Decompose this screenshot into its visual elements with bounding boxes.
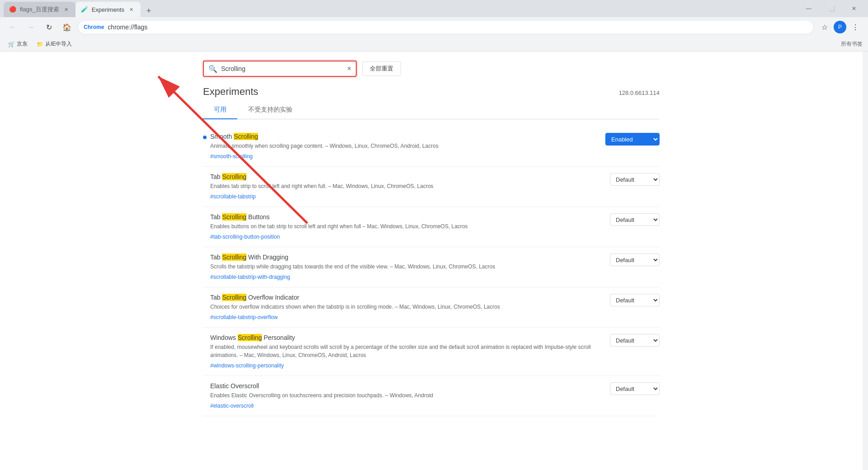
title-bar: 🔴 flags_百度搜索 ✕ 🧪 Experiments ✕ + — ⬜ ✕	[0, 0, 868, 17]
bookmark-ie-import[interactable]: 📁 从IE中导入	[34, 39, 75, 49]
flag-link-elastic-overscroll[interactable]: #elastic-overscroll	[210, 403, 254, 409]
flag-desc-tab-scrolling-buttons: Enables buttons on the tab strip to scro…	[210, 222, 603, 230]
flag-link-windows-scrolling[interactable]: #windows-scrolling-personality	[210, 362, 284, 369]
flag-select-tab-scrolling-overflow[interactable]: Default Enabled Disabled	[610, 294, 660, 306]
flag-dot-smooth-scrolling	[203, 136, 207, 139]
flag-link-tab-scrolling[interactable]: #scrollable-tabstrip	[210, 193, 256, 200]
address-url: chrome://flags	[108, 24, 147, 31]
nav-right: ☆ P ⋮	[817, 20, 863, 34]
flag-name-tab-scrolling: Tab Scrolling	[210, 173, 603, 180]
tab-available[interactable]: 可用	[203, 101, 237, 119]
bookmark-ie-icon: 📁	[37, 41, 43, 47]
flag-info-smooth-scrolling: Smooth Scrolling Animate smoothly when s…	[210, 133, 598, 160]
flag-desc-tab-scrolling-overflow: Choices for overflow indicators shown wh…	[210, 303, 603, 311]
reset-all-button[interactable]: 全部重置	[362, 61, 401, 76]
tab-experiments[interactable]: 🧪 Experiments ✕	[75, 2, 141, 17]
flag-item-elastic-overscroll: Elastic Overscroll Enables Elastic Overs…	[203, 376, 660, 416]
flag-control-tab-scrolling-dragging: Default Enabled Disabled	[610, 254, 660, 266]
flag-item-tab-scrolling: Tab Scrolling Enables tab strip to scrol…	[203, 167, 660, 207]
flag-name-tab-scrolling-overflow: Tab Scrolling Overflow Indicator	[210, 294, 603, 301]
content-area: 🔍 × 全部重置 Experiments 128.0.6613.114 可用 不…	[0, 52, 868, 470]
tab-favicon-baidu: 🔴	[9, 6, 16, 13]
bookmarks-all-label: 所有书签	[841, 40, 863, 48]
flag-info-elastic-overscroll: Elastic Overscroll Enables Elastic Overs…	[210, 382, 603, 409]
flag-select-tab-scrolling-buttons[interactable]: Default Enabled Disabled	[610, 213, 660, 226]
flag-dot-tab-scrolling-buttons	[203, 216, 207, 220]
bookmark-button[interactable]: ☆	[817, 20, 832, 34]
reload-button[interactable]: ↻	[42, 20, 56, 34]
flag-control-tab-scrolling-buttons: Default Enabled Disabled	[610, 213, 660, 226]
bookmark-jd-label: 京东	[17, 40, 28, 48]
close-button[interactable]: ✕	[844, 1, 864, 16]
tab-unavailable[interactable]: 不受支持的实验	[237, 101, 303, 119]
bookmarks-bar: 🛒 京东 📁 从IE中导入 所有书签	[0, 37, 868, 52]
tab-close-baidu[interactable]: ✕	[63, 6, 70, 13]
tab-favicon-experiments: 🧪	[81, 6, 88, 13]
flag-name-tab-scrolling-dragging: Tab Scrolling With Dragging	[210, 254, 603, 261]
flag-select-tab-scrolling-dragging[interactable]: Default Enabled Disabled	[610, 254, 660, 266]
flag-info-tab-scrolling: Tab Scrolling Enables tab strip to scrol…	[210, 173, 603, 200]
flag-info-tab-scrolling-overflow: Tab Scrolling Overflow Indicator Choices…	[210, 294, 603, 321]
address-bar[interactable]: Chrome chrome://flags	[78, 20, 814, 34]
search-box: 🔍 ×	[203, 61, 357, 77]
nav-bar: ← → ↻ 🏠 Chrome chrome://flags ☆ P ⋮	[0, 17, 868, 37]
flag-control-windows-scrolling: Default Enabled Disabled	[610, 334, 660, 347]
bookmark-jd-icon: 🛒	[8, 41, 15, 47]
flag-name-smooth-scrolling: Smooth Scrolling	[210, 133, 598, 140]
menu-button[interactable]: ⋮	[848, 20, 863, 34]
back-button[interactable]: ←	[5, 20, 20, 34]
page-title: Experiments	[203, 86, 258, 98]
flag-desc-windows-scrolling: If enabled, mousewheel and keyboard scro…	[210, 343, 603, 359]
flag-link-tab-scrolling-dragging[interactable]: #scrollable-tabstrip-with-dragging	[210, 274, 290, 280]
flag-name-elastic-overscroll: Elastic Overscroll	[210, 382, 603, 390]
minimize-button[interactable]: —	[798, 1, 819, 16]
tab-close-experiments[interactable]: ✕	[128, 6, 135, 13]
forward-button[interactable]: →	[24, 20, 38, 34]
flag-select-smooth-scrolling[interactable]: Default Enabled Disabled	[605, 133, 660, 146]
flag-desc-tab-scrolling: Enables tab strip to scroll left and rig…	[210, 182, 603, 190]
flag-control-tab-scrolling-overflow: Default Enabled Disabled	[610, 294, 660, 306]
flag-info-tab-scrolling-buttons: Tab Scrolling Buttons Enables buttons on…	[210, 213, 603, 240]
flag-dot-windows-scrolling	[203, 337, 207, 340]
flag-link-tab-scrolling-buttons[interactable]: #tab-scrolling-button-position	[210, 234, 280, 240]
flag-name-windows-scrolling: Windows Scrolling Personality	[210, 334, 603, 341]
bookmark-jd[interactable]: 🛒 京东	[5, 39, 30, 49]
flag-control-elastic-overscroll: Default Enabled Disabled	[610, 382, 660, 395]
flag-control-smooth-scrolling: Default Enabled Disabled	[605, 133, 660, 146]
flag-link-tab-scrolling-overflow[interactable]: #scrollable-tabstrip-overflow	[210, 314, 278, 320]
flag-highlight-dragging: Scrolling	[222, 254, 246, 261]
home-button[interactable]: 🏠	[60, 20, 74, 34]
scrollbar[interactable]	[863, 52, 868, 470]
new-tab-button[interactable]: +	[142, 5, 155, 17]
browser-frame: 🔴 flags_百度搜索 ✕ 🧪 Experiments ✕ + — ⬜ ✕ ←…	[0, 0, 868, 470]
search-input[interactable]	[221, 65, 344, 72]
flag-highlight-elastic: scrolling	[260, 392, 280, 399]
maximize-button[interactable]: ⬜	[821, 1, 842, 16]
flag-item-smooth-scrolling: Smooth Scrolling Animate smoothly when s…	[203, 127, 660, 167]
bookmark-ie-label: 从IE中导入	[45, 40, 72, 48]
tabs-container: 🔴 flags_百度搜索 ✕ 🧪 Experiments ✕ +	[4, 0, 795, 17]
flag-dot-tab-scrolling-dragging	[203, 256, 207, 260]
flag-highlight-smooth: Scrolling	[234, 133, 258, 140]
flag-highlight-overflow: Scrolling	[222, 294, 246, 301]
flag-highlight-tab-buttons: Scrolling	[222, 213, 246, 221]
search-clear-button[interactable]: ×	[347, 65, 351, 73]
flag-dot-tab-scrolling	[203, 176, 207, 179]
profile-button[interactable]: P	[834, 21, 846, 33]
page-content: 🔍 × 全部重置 Experiments 128.0.6613.114 可用 不…	[0, 52, 863, 470]
flag-info-windows-scrolling: Windows Scrolling Personality If enabled…	[210, 334, 603, 369]
flag-highlight-windows: Scrolling	[238, 334, 262, 341]
flag-desc-smooth-scrolling: Animate smoothly when scrolling page con…	[210, 142, 598, 150]
tab-baidu[interactable]: 🔴 flags_百度搜索 ✕	[4, 2, 75, 17]
flag-item-tab-scrolling-overflow: Tab Scrolling Overflow Indicator Choices…	[203, 287, 660, 328]
flags-list: Smooth Scrolling Animate smoothly when s…	[203, 127, 660, 416]
flag-select-tab-scrolling[interactable]: Default Enabled Disabled	[610, 173, 660, 186]
flag-item-windows-scrolling-personality: Windows Scrolling Personality If enabled…	[203, 328, 660, 376]
flag-desc-tab-scrolling-dragging: Scrolls the tabstrip while dragging tabs…	[210, 263, 603, 271]
flag-select-elastic-overscroll[interactable]: Default Enabled Disabled	[610, 382, 660, 395]
flag-dot-elastic-overscroll	[203, 385, 207, 389]
flag-dot-tab-scrolling-overflow	[203, 296, 207, 300]
flag-link-smooth-scrolling[interactable]: #smooth-scrolling	[210, 153, 253, 160]
flag-highlight-tab: Scrolling	[222, 173, 246, 180]
flag-select-windows-scrolling[interactable]: Default Enabled Disabled	[610, 334, 660, 347]
